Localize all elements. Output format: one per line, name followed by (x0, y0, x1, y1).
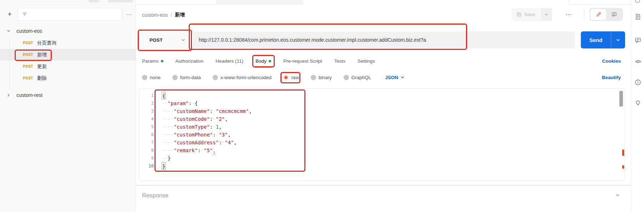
sidebar-top-button-cutoff-2[interactable] (108, 0, 133, 2)
tab-pre-request-script[interactable]: Pre-request Script (283, 53, 322, 68)
lightbulb-icon[interactable] (634, 99, 642, 107)
tree-guide-line (9, 37, 10, 89)
tab-tests[interactable]: Tests (334, 53, 346, 68)
sidebar-item-xinzeng[interactable]: POST 新增 (0, 49, 136, 61)
tab-label: Authorization (176, 58, 204, 64)
save-options-chevron[interactable] (541, 8, 552, 21)
code-line: 8····"remark":·"5", (140, 146, 625, 154)
breadcrumb: custom-eos / 新增 (142, 12, 185, 18)
body-editor[interactable]: 1{2··"param":·{3····"customName":·"cmcmc… (139, 88, 625, 181)
tab-settings[interactable]: Settings (358, 53, 375, 68)
info-icon[interactable] (634, 78, 642, 86)
response-title: Response (142, 192, 168, 199)
error-ruler-mark (622, 165, 624, 169)
raw-format-label: JSON (385, 75, 398, 80)
scrollbar-thumb[interactable] (619, 91, 623, 107)
sidebar-item-xinzeng-content: POST 新增 (23, 52, 47, 58)
body-type-raw[interactable]: raw (283, 75, 299, 80)
params-green-dot (161, 60, 163, 62)
sidebar-filter-box[interactable] (18, 8, 122, 21)
body-type-x-www-form-urlencoded[interactable]: x-www-form-urlencoded (213, 75, 272, 80)
response-section-header[interactable]: Response (136, 189, 631, 202)
response-collapse-chevron[interactable] (615, 193, 620, 198)
send-options-chevron[interactable] (611, 38, 625, 42)
line-number: 6 (140, 131, 162, 139)
comments-rail-icon[interactable] (634, 36, 642, 44)
editor-scrollbar[interactable] (619, 90, 624, 179)
body-type-binary[interactable]: binary (311, 75, 332, 80)
request-more-options-button[interactable]: ⋯ (562, 11, 575, 18)
code-snippet-icon[interactable]: </> (634, 58, 642, 66)
collection-custom-rest[interactable]: custom-rest (0, 89, 136, 101)
sidebar-top-button-cutoff-1[interactable] (88, 0, 99, 2)
tab-strip-segment-active[interactable] (303, 0, 569, 5)
sidebar-item-fenyechaxun[interactable]: POST 分页查询 (0, 37, 136, 49)
request-name: 更新 (37, 63, 47, 70)
body-type-form-data[interactable]: form-data (172, 75, 201, 80)
line-number: 10 (140, 162, 162, 170)
cookies-link[interactable]: Cookies (602, 53, 621, 68)
line-number: 2 (140, 99, 162, 107)
save-label: Save (524, 12, 535, 17)
breadcrumb-separator: / (171, 12, 172, 18)
sidebar-item-shanchu[interactable]: POST 删除 (0, 72, 136, 84)
body-green-dot (269, 60, 271, 62)
request-name: 分页查询 (37, 40, 56, 46)
send-button[interactable]: Send (581, 31, 625, 48)
tab-authorization[interactable]: Authorization (176, 53, 204, 68)
new-request-button[interactable]: + (4, 9, 15, 20)
line-number: 8 (140, 146, 162, 154)
radio-icon (213, 75, 218, 80)
rail-cutoff-icon (635, 0, 640, 2)
body-type-row: none form-data x-www-form-urlencoded raw… (136, 71, 631, 84)
edit-mode-button[interactable] (590, 9, 606, 20)
radio-icon (344, 75, 349, 80)
send-label: Send (581, 37, 611, 43)
body-type-label: GraphQL (351, 75, 371, 80)
tab-strip-segment[interactable] (136, 0, 217, 5)
radio-icon (142, 75, 147, 80)
radio-icon (172, 75, 178, 80)
request-name: 新增 (37, 52, 47, 58)
tab-body[interactable]: Body (255, 53, 271, 68)
collection-tree: custom-eos POST 分页查询 POST 新增 POST 更新 (0, 25, 136, 101)
tab-params[interactable]: Params (142, 53, 163, 68)
beautify-link[interactable]: Beautify (602, 71, 621, 84)
sidebar-filter-input[interactable] (30, 12, 118, 17)
chevron-down-icon (400, 75, 405, 79)
code-line: 2··"param":·{ (140, 99, 625, 107)
method-select[interactable]: POST (143, 31, 191, 48)
sidebar: + ⋯ custom-eos POST 分页 (0, 0, 136, 212)
tab-label: Pre-request Script (283, 58, 322, 64)
url-input[interactable] (193, 31, 575, 48)
raw-format-select[interactable]: JSON (385, 75, 405, 80)
chevron-down-icon (6, 28, 11, 34)
body-type-graphql[interactable]: GraphQL (344, 75, 371, 80)
chevron-right-icon (6, 92, 11, 98)
body-type-label: x-www-form-urlencoded (220, 75, 272, 80)
line-number: 3 (140, 107, 162, 115)
breadcrumb-collection[interactable]: custom-eos (142, 12, 168, 18)
tab-label: Tests (334, 58, 346, 64)
header-actions: Save ⋯ (511, 8, 623, 21)
tab-strip-segment[interactable] (217, 0, 303, 5)
code-lines: 1{2··"param":·{3····"customName":·"cmcmc… (140, 92, 625, 170)
tab-headers[interactable]: Headers (11) (215, 53, 243, 68)
body-type-label: raw (291, 75, 299, 80)
body-type-label: binary (319, 75, 332, 80)
code-line: 10} (140, 162, 625, 170)
save-button[interactable]: Save (511, 8, 540, 21)
collection-custom-eos[interactable]: custom-eos (0, 25, 136, 37)
method-badge: POST (23, 53, 37, 57)
sidebar-more-options-button[interactable]: ⋯ (122, 11, 136, 18)
error-ruler-mark (622, 150, 624, 156)
documentation-icon[interactable] (634, 13, 642, 21)
main-panel: custom-eos / 新增 Save (136, 0, 631, 212)
comments-button[interactable] (606, 9, 622, 20)
line-number: 9 (140, 154, 162, 162)
line-number: 1 (140, 92, 162, 99)
tab-strip-segment[interactable] (569, 0, 631, 5)
sidebar-item-gengxin[interactable]: POST 更新 (0, 61, 136, 72)
radio-icon (311, 75, 316, 80)
body-type-none[interactable]: none (142, 75, 161, 80)
